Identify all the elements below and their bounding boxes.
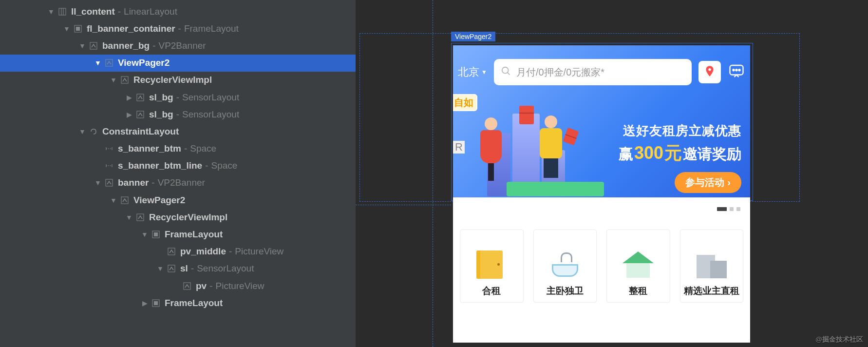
watermark: @掘金技术社区 <box>815 335 863 344</box>
svg-rect-25 <box>154 301 158 305</box>
node-type: FrameLayout <box>184 23 239 34</box>
tree-row[interactable]: ▼FrameLayout <box>0 226 356 243</box>
tree-row[interactable]: ▼fl_banner_container - FrameLayout <box>0 20 356 37</box>
view-type-icon <box>167 247 176 256</box>
svg-rect-17 <box>121 197 128 204</box>
tree-row[interactable]: ▼ConstraintLayout <box>0 123 356 140</box>
tree-row[interactable]: ▼banner_bg - VP2Banner <box>0 37 356 54</box>
chevron-down-icon[interactable]: ▼ <box>109 76 118 84</box>
node-id: sl <box>180 263 188 274</box>
chevron-down-icon[interactable]: ▼ <box>109 196 118 204</box>
promo-line2: 赢 300 元 邀请奖励 <box>619 141 741 165</box>
tree-row[interactable]: ▶sl_bg - SensorLayout <box>0 89 356 106</box>
city-picker[interactable]: 北京 ▼ <box>458 65 487 79</box>
tree-row[interactable]: ▼ViewPager2 <box>0 192 356 209</box>
chevron-down-icon[interactable]: ▼ <box>140 231 149 238</box>
chevron-down-icon[interactable]: ▼ <box>47 8 56 16</box>
tile-jingxuan[interactable]: 精选业主直租 <box>680 230 744 303</box>
svg-rect-23 <box>184 283 190 289</box>
chevron-down-icon[interactable]: ▼ <box>78 42 87 50</box>
svg-rect-5 <box>90 42 97 49</box>
node-type: PictureView <box>235 246 283 257</box>
selection-label: ViewPager2 <box>451 32 495 41</box>
house-icon <box>623 251 654 278</box>
layout-tree[interactable]: ▼ll_content - LinearLayout▼fl_banner_con… <box>0 0 356 347</box>
svg-rect-9 <box>137 111 144 118</box>
view-type-icon <box>73 24 83 34</box>
tree-row[interactable]: s_banner_btm - Space <box>0 140 356 157</box>
node-type: VP2Banner <box>158 177 205 188</box>
tile-zhengzu[interactable]: 整租 <box>606 230 670 303</box>
node-type: RecyclerViewImpl <box>133 75 212 85</box>
map-pin-icon <box>703 65 716 79</box>
top-bar: 北京 ▼ 月付/0押金/0元搬家* <box>458 59 745 85</box>
node-type: SensorLayout <box>197 263 254 274</box>
red-envelope-icon <box>519 106 534 124</box>
tree-row[interactable]: s_banner_btm_line - Space <box>0 157 356 174</box>
chevron-down-icon[interactable]: ▼ <box>94 179 102 187</box>
node-id: banner <box>118 177 149 188</box>
tree-row[interactable]: ▼RecyclerViewImpl <box>0 209 356 226</box>
view-type-icon <box>89 127 98 136</box>
chevron-right-icon[interactable]: ▶ <box>125 111 133 118</box>
illustration-person <box>535 116 567 181</box>
tree-row[interactable]: ▶FrameLayout <box>0 294 356 311</box>
node-type: LinearLayout <box>124 6 177 17</box>
tree-row[interactable]: ▼RecyclerViewImpl <box>0 72 356 89</box>
svg-point-30 <box>733 69 735 71</box>
chevron-down-icon[interactable]: ▼ <box>125 213 133 221</box>
view-type-icon <box>167 264 176 273</box>
node-type: SensorLayout <box>182 92 239 103</box>
node-id: fl_banner_container <box>87 23 175 34</box>
node-type: SensorLayout <box>182 109 239 120</box>
node-id: ll_content <box>71 6 115 17</box>
node-type: PictureView <box>216 281 264 291</box>
promo-line1: 送好友租房立减优惠 <box>619 122 741 139</box>
tile-hezu[interactable]: 合租 <box>460 230 524 303</box>
view-type-icon <box>104 178 114 188</box>
preview-pane[interactable]: ViewPager2 北京 ▼ 月付/0押金/0元搬家* <box>356 0 868 347</box>
tile-zhuwo[interactable]: 主卧独卫 <box>533 230 597 303</box>
svg-rect-20 <box>154 232 158 236</box>
guide-horizontal <box>356 205 451 205</box>
tree-row[interactable]: ▼banner - VP2Banner <box>0 174 356 192</box>
svg-rect-8 <box>137 94 144 101</box>
tree-row[interactable]: ▼sl - SensorLayout <box>0 260 356 277</box>
svg-rect-4 <box>76 27 80 31</box>
building-icon <box>697 251 727 278</box>
node-type: Space <box>190 143 216 154</box>
svg-rect-6 <box>106 59 113 66</box>
node-id: pv_middle <box>180 246 226 257</box>
tree-row[interactable]: ▼ViewPager2 <box>0 55 356 72</box>
node-id: pv <box>196 281 207 291</box>
illustration-person <box>476 117 506 181</box>
view-type-icon <box>135 93 145 102</box>
chevron-right-icon[interactable]: ▶ <box>125 94 133 101</box>
tree-row[interactable]: ▶sl_bg - SensorLayout <box>0 106 356 123</box>
preview-canvas: ViewPager2 北京 ▼ 月付/0押金/0元搬家* <box>356 0 868 347</box>
chevron-down-icon[interactable]: ▼ <box>94 59 102 67</box>
view-type-icon <box>104 144 114 154</box>
node-id: sl_bg <box>149 109 173 120</box>
chevron-down-icon[interactable]: ▼ <box>78 128 87 135</box>
tree-row[interactable]: pv_middle - PictureView <box>0 243 356 260</box>
search-box[interactable]: 月付/0押金/0元搬家* <box>494 59 692 85</box>
brand-r: R <box>453 141 465 154</box>
location-button[interactable] <box>698 61 721 83</box>
tree-row[interactable]: ▼ll_content - LinearLayout <box>0 3 356 20</box>
svg-rect-18 <box>137 214 144 221</box>
node-type: RecyclerViewImpl <box>149 212 227 223</box>
view-type-icon <box>135 212 145 222</box>
cta-button[interactable]: 参与活动 › <box>675 172 741 193</box>
pager-indicator <box>717 207 740 211</box>
chat-icon[interactable] <box>728 62 745 82</box>
chevron-down-icon: ▼ <box>481 69 487 76</box>
node-id: sl_bg <box>149 92 173 103</box>
svg-rect-22 <box>168 265 175 272</box>
chevron-down-icon[interactable]: ▼ <box>156 265 165 272</box>
chevron-down-icon[interactable]: ▼ <box>62 25 71 33</box>
view-type-icon <box>104 58 114 68</box>
tree-row[interactable]: pv - PictureView <box>0 277 356 294</box>
chevron-right-icon[interactable]: ▶ <box>140 299 149 307</box>
search-icon <box>501 66 511 78</box>
